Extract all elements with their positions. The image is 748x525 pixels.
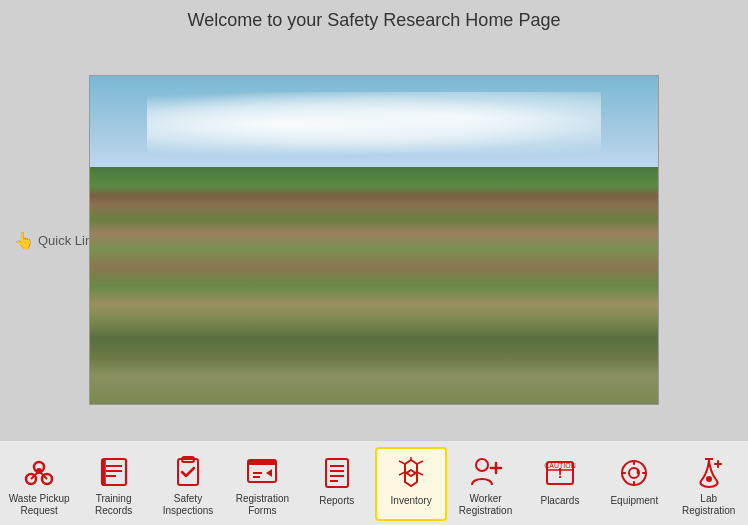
nav-item-lab-registration[interactable]: LabRegistration [673,447,745,521]
reports-label: Reports [319,495,354,507]
svg-line-26 [417,461,423,464]
svg-rect-18 [326,459,348,487]
svg-point-44 [706,476,712,482]
nav-item-inventory[interactable]: Inventory [375,447,447,521]
placards-label: Placards [540,495,579,507]
placards-icon-area: ! CAUTION [538,453,582,493]
safety-inspections-label: SafetyInspections [163,493,214,517]
reports-icon [319,456,355,490]
nav-item-waste-pickup[interactable]: Waste PickupRequest [3,447,75,521]
nav-item-worker-registration[interactable]: WorkerRegistration [450,447,522,521]
campus-image [89,75,659,405]
bottom-nav: Waste PickupRequest TrainingRecords [0,440,748,525]
svg-rect-14 [248,460,276,465]
lab-registration-icon-area [687,453,731,491]
biohazard-icon [21,455,57,489]
worker-registration-label: WorkerRegistration [459,493,512,517]
worker-registration-icon [468,455,504,489]
page-header: Welcome to your Safety Research Home Pag… [0,0,748,39]
nav-item-registration-forms[interactable]: RegistrationForms [226,447,298,521]
lab-registration-label: LabRegistration [682,493,735,517]
safety-inspections-icon-area [166,453,210,491]
equipment-icon [616,456,652,490]
svg-text:CAUTION: CAUTION [544,462,576,469]
inventory-icon [393,456,429,490]
equipment-label: Equipment [610,495,658,507]
page-wrapper: Welcome to your Safety Research Home Pag… [0,0,748,525]
inventory-icon-area [389,453,433,493]
nav-item-reports[interactable]: Reports [301,447,373,521]
nav-item-equipment[interactable]: Equipment [598,447,670,521]
nav-item-safety-inspections[interactable]: SafetyInspections [152,447,224,521]
nav-item-placards[interactable]: ! CAUTION Placards [524,447,596,521]
main-area: 👆 Quick Links [0,39,748,440]
registration-forms-label: RegistrationForms [236,493,289,517]
safety-inspections-icon [170,455,206,489]
training-records-icon [96,455,132,489]
svg-line-28 [399,461,405,464]
waste-pickup-label: Waste PickupRequest [9,493,70,517]
training-records-icon-area [92,453,136,491]
page-title: Welcome to your Safety Research Home Pag… [188,10,561,30]
svg-marker-24 [405,470,417,486]
inventory-label: Inventory [391,495,432,507]
reports-icon-area [315,453,359,493]
registration-forms-icon [244,455,280,489]
hand-icon: 👆 [14,230,34,249]
svg-point-30 [476,459,488,471]
waste-pickup-icon-area [17,453,61,491]
training-records-label: TrainingRecords [95,493,132,517]
ground-layer [90,167,658,403]
lab-registration-icon [691,455,727,489]
equipment-icon-area [612,453,656,493]
clouds-layer [147,92,601,158]
registration-forms-icon-area [240,453,284,491]
svg-marker-15 [266,469,272,477]
nav-item-training-records[interactable]: TrainingRecords [78,447,150,521]
placards-icon: ! CAUTION [542,456,578,490]
worker-registration-icon-area [464,453,508,491]
